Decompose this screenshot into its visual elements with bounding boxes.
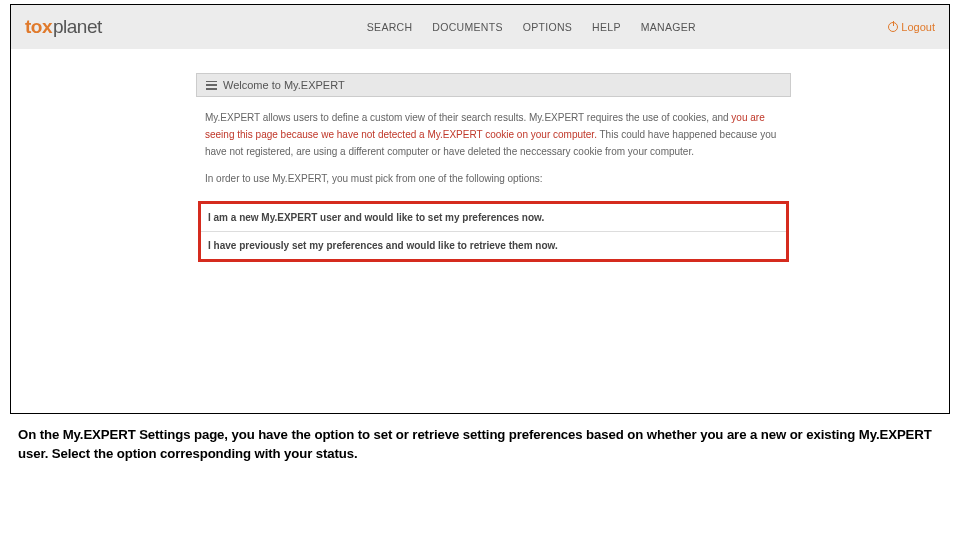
logo-part-tox: tox xyxy=(25,16,52,38)
panel-body: My.EXPERT allows users to define a custo… xyxy=(196,97,791,201)
option-existing-user[interactable]: I have previously set my preferences and… xyxy=(201,231,786,259)
logo: toxplanet xyxy=(25,16,102,38)
logout-button[interactable]: Logout xyxy=(888,21,935,33)
nav-manager[interactable]: MANAGER xyxy=(641,21,696,33)
app-frame: toxplanet SEARCH DOCUMENTS OPTIONS HELP … xyxy=(10,4,950,414)
panel-title: Welcome to My.EXPERT xyxy=(223,79,345,91)
logout-label: Logout xyxy=(901,21,935,33)
main-nav: SEARCH DOCUMENTS OPTIONS HELP MANAGER xyxy=(367,21,696,33)
panel-paragraph-1: My.EXPERT allows users to define a custo… xyxy=(205,109,782,160)
nav-search[interactable]: SEARCH xyxy=(367,21,413,33)
panel-paragraph-2: In order to use My.EXPERT, you must pick… xyxy=(205,170,782,187)
logo-part-planet: planet xyxy=(53,16,102,38)
slide-caption: On the My.EXPERT Settings page, you have… xyxy=(18,425,942,463)
top-bar: toxplanet SEARCH DOCUMENTS OPTIONS HELP … xyxy=(11,5,949,49)
power-icon xyxy=(888,22,898,32)
menu-icon xyxy=(206,81,217,90)
options-highlight-box: I am a new My.EXPERT user and would like… xyxy=(198,201,789,262)
nav-help[interactable]: HELP xyxy=(592,21,621,33)
panel-header: Welcome to My.EXPERT xyxy=(196,73,791,97)
welcome-panel: Welcome to My.EXPERT My.EXPERT allows us… xyxy=(196,73,791,268)
nav-options[interactable]: OPTIONS xyxy=(523,21,572,33)
option-new-user[interactable]: I am a new My.EXPERT user and would like… xyxy=(201,204,786,231)
nav-documents[interactable]: DOCUMENTS xyxy=(432,21,502,33)
